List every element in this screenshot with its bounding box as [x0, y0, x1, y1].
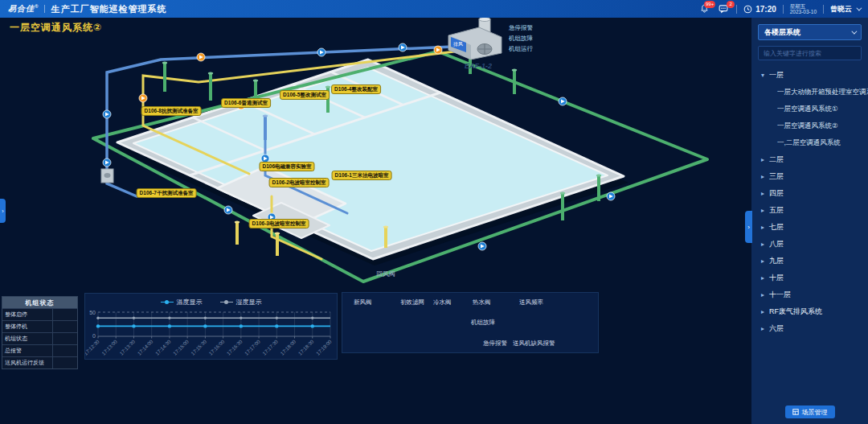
- sidebar-tree-group[interactable]: ▸四层: [751, 185, 868, 202]
- sidebar-tree-group[interactable]: ▸九层: [751, 253, 868, 270]
- header-divider: [44, 5, 45, 13]
- user-menu[interactable]: 曾晓云: [830, 4, 860, 14]
- status-field: 机组故障: [471, 319, 498, 327]
- status-field: 送风频率: [519, 298, 547, 307]
- unit-status-label: 机组状态: [2, 333, 52, 344]
- caret-icon: ▸: [761, 173, 769, 180]
- alarm-label: 急停报警: [483, 340, 507, 347]
- sidebar-tree-group[interactable]: ▸十一层: [751, 286, 868, 303]
- tree-group-label: 三层: [769, 171, 784, 182]
- svg-text:50: 50: [89, 310, 96, 315]
- status-field: 初效滤网: [400, 298, 428, 307]
- alarm-label: 送风机缺风报警: [513, 340, 555, 347]
- caret-icon: ▸: [761, 207, 769, 214]
- top-header-bar: 易合佳® 生产工厂智能巡检管理系统 99+ 2: [0, 0, 868, 18]
- caret-icon: ▸: [761, 291, 769, 298]
- legend-item[interactable]: 湿度显示: [220, 298, 262, 307]
- chevron-right-icon: ›: [2, 208, 3, 214]
- exhaust-fan-unit[interactable]: 排风 EAF-1-2: [448, 18, 502, 70]
- sidebar-tree-item[interactable]: 一,二层空调通风系统: [751, 134, 868, 151]
- messages-badge: 2: [727, 1, 735, 8]
- clock: 17:20: [743, 5, 776, 14]
- unit-status-row: 整体停机: [2, 320, 77, 332]
- caret-icon: ▸: [761, 224, 769, 231]
- sidebar-collapse-handle[interactable]: ›: [745, 211, 752, 243]
- status-field-label: 新风阀: [354, 298, 372, 306]
- floorplan-canvas[interactable]: 排风 EAF-1-2 急停报警 机组故障 机组运行 回风阀 D106-8抗扰测试…: [0, 18, 751, 291]
- user-name: 曾晓云: [830, 4, 852, 14]
- header-divider: [736, 5, 737, 14]
- svg-text:17:14:00: 17:14:00: [136, 338, 154, 356]
- sidebar-tree-group[interactable]: ▸RF废气排风系统: [751, 303, 868, 320]
- sidebar-tree-group[interactable]: ▸七层: [751, 219, 868, 236]
- duct-riser-cap: [596, 174, 601, 176]
- scene-manage-button[interactable]: 场景管理: [785, 405, 835, 418]
- sidebar-tree-group[interactable]: ▸十层: [751, 270, 868, 286]
- fan-code-label: EAF-1-2: [465, 62, 492, 70]
- fan-panel-label: 排风: [453, 42, 463, 47]
- unit-status-label: 整体停机: [2, 321, 52, 332]
- caret-icon: ▸: [761, 274, 769, 282]
- sidebar-tree-group[interactable]: ▸二层: [751, 151, 868, 168]
- valve-status-panel: 新风阀 初效滤网 冷水阀 热水阀 送风频率 机组故障 急停报警 送风机缺风报警: [342, 292, 599, 353]
- status-field: 新风阀: [354, 298, 375, 307]
- sidebar-tree-group[interactable]: ▾一层: [751, 67, 868, 84]
- sidebar-tree-item[interactable]: 一层大动物开箱预处理室空调系统: [751, 84, 868, 101]
- duct-riser-cap: [235, 220, 240, 223]
- room-label: D106-5整改测试室: [280, 90, 330, 100]
- sidebar-tree-item[interactable]: 一层空调通风系统②: [751, 117, 868, 134]
- duct-riser-cap: [253, 79, 258, 81]
- svg-text:17:18:00: 17:18:00: [279, 338, 297, 356]
- sidebar-tree-item[interactable]: 一层空调通风系统①: [751, 101, 868, 117]
- duct-riser-cap: [263, 114, 268, 117]
- svg-text:17:15:00: 17:15:00: [172, 338, 190, 356]
- page-title: 一层空调通风系统②: [10, 21, 102, 35]
- messages-button[interactable]: 2: [717, 2, 730, 15]
- sidebar-tree-group[interactable]: ▸五层: [751, 202, 868, 219]
- app-root: 易合佳® 生产工厂智能巡检管理系统 99+ 2: [0, 0, 868, 424]
- sidebar-tree-group[interactable]: ▸八层: [751, 236, 868, 253]
- chart-series-湿度显示: [96, 317, 330, 319]
- alarm-field: 急停报警: [483, 340, 510, 348]
- date-block: 星期五 2023-03-10: [790, 3, 817, 14]
- search-input[interactable]: [758, 46, 862, 60]
- room-label: D106-6普通测试室: [221, 98, 271, 108]
- status-field-label: 送风频率: [519, 298, 543, 306]
- caret-icon: ▸: [761, 241, 769, 248]
- room-label: D106-1三米法电波暗室: [332, 171, 392, 180]
- logo-text: 易合佳®: [8, 3, 39, 14]
- room-label: D106-8抗扰测试准备室: [141, 106, 202, 116]
- left-panel-handle[interactable]: ›: [0, 199, 6, 223]
- unit-status-value: [52, 345, 77, 356]
- return-air-valve-label: 回风阀: [376, 270, 395, 278]
- unit-status-row: 送风机运行反馈: [2, 356, 77, 368]
- status-field-label: 初效滤网: [400, 298, 424, 306]
- system-selector-dropdown[interactable]: 各楼层系统: [758, 24, 862, 40]
- caret-icon: ▸: [761, 190, 769, 197]
- registered-mark: ®: [35, 4, 39, 9]
- duct-riser-cap: [208, 72, 213, 74]
- notifications-button[interactable]: 99+: [698, 2, 710, 15]
- duct-riser-cap: [162, 61, 167, 64]
- tree-group-label: 六层: [769, 323, 784, 334]
- ahu-unit-small: [101, 169, 113, 183]
- legend-label: 温度显示: [177, 298, 203, 307]
- sidebar-tree-group[interactable]: ▸六层: [751, 320, 868, 337]
- svg-text:17:13:30: 17:13:30: [118, 338, 136, 356]
- floor-system-sidebar: 各楼层系统 ▾一层一层大动物开箱预处理室空调系统一层空调通风系统①一层空调通风系…: [751, 18, 868, 424]
- sidebar-tree-group[interactable]: ▸三层: [751, 168, 868, 185]
- svg-text:17:13:00: 17:13:00: [100, 338, 118, 356]
- floorplan-3d-view: 排风 EAF-1-2 急停报警 机组故障 机组运行 回风阀: [0, 18, 751, 291]
- unit-status-table: 机组状态 整体启停整体停机机组状态总报警送风机运行反馈: [2, 296, 78, 369]
- fault-label: 机组故障: [471, 319, 495, 326]
- tree-group-label: 五层: [769, 205, 784, 216]
- status-field: 热水阀: [473, 298, 494, 307]
- clock-icon: [743, 5, 752, 14]
- fan-status-line: 机组运行: [509, 45, 534, 52]
- date-text: 2023-03-10: [790, 9, 817, 14]
- duct-riser-cap: [512, 68, 517, 71]
- svg-text:17:19:00: 17:19:00: [315, 338, 333, 356]
- caret-icon: ▸: [761, 325, 769, 332]
- legend-item[interactable]: 温度显示: [161, 298, 203, 307]
- chevron-down-icon: [856, 5, 862, 10]
